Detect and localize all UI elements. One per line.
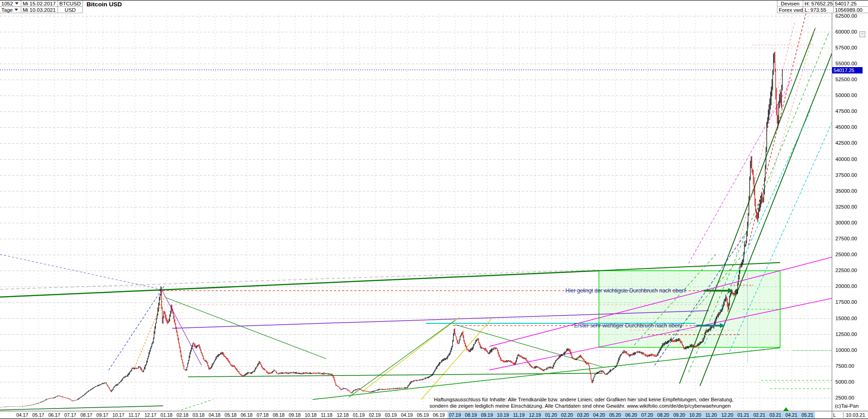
- date-tick-label: 02.18: [177, 412, 188, 418]
- trend-line[interactable]: [165, 297, 326, 359]
- price-tick-label: 25000.00: [835, 252, 857, 257]
- date-tick-label: 11.17: [129, 412, 140, 418]
- bars-count-value: 1052: [1, 1, 13, 6]
- date-tick-label: 03.18: [193, 412, 204, 418]
- trend-line[interactable]: [455, 325, 603, 367]
- candlestick-chart-canvas[interactable]: Hier gelingt der wichtigste Durchbruch n…: [0, 0, 868, 419]
- date-tick-label: 05.19: [417, 412, 429, 418]
- date-tick-label: 03.21: [769, 412, 781, 418]
- start-date-cell: Mi 15.02.2017: [21, 0, 58, 7]
- green-triangle-marker: [783, 407, 789, 411]
- last-date-label: 10.03.21: [846, 412, 865, 418]
- date-tick-label: 02.20: [561, 412, 573, 418]
- period-high-cell: H: 57652.25: [803, 0, 834, 7]
- date-tick-label: 07.17: [64, 412, 76, 418]
- minus-box-icon[interactable]: −: [859, 31, 865, 37]
- date-tick-label: 04.20: [593, 412, 605, 418]
- period-low: L: 973.55: [805, 7, 826, 13]
- symbol-cell: BTCUSD: [58, 0, 83, 7]
- price-tick-label: 17500.00: [835, 299, 857, 305]
- current-price-tag: 54017.25: [832, 67, 863, 73]
- date-tick-label: 05.20: [609, 412, 621, 418]
- date-tick-label: 03.20: [577, 412, 589, 418]
- volume-cell: 1056989.00: [834, 7, 868, 13]
- period-value: Tage: [1, 7, 13, 13]
- date-tick-label: 05.17: [32, 412, 44, 418]
- trend-line[interactable]: [599, 263, 780, 271]
- disclaimer-line1: Haftungsausschluss für Inhalte: Alle Tre…: [434, 397, 733, 402]
- price-tick-label: 22500.00: [835, 268, 857, 273]
- bars-count-dropdown[interactable]: 1052: [0, 0, 21, 7]
- currency-cell: USD: [58, 7, 83, 13]
- date-axis[interactable]: 04.1705.1706.1707.1708.1709.1710.1711.17…: [0, 411, 832, 419]
- candles-up: [1, 53, 782, 408]
- trend-line[interactable]: [0, 270, 599, 289]
- currency: USD: [65, 7, 76, 13]
- trend-line[interactable]: [0, 406, 163, 410]
- trend-line[interactable]: [748, 12, 806, 245]
- price-tick-label: 5000.00: [835, 379, 854, 385]
- trend-line[interactable]: [362, 317, 460, 391]
- period-dropdown[interactable]: Tage: [0, 7, 21, 13]
- date-tick-label: 08.17: [80, 412, 92, 418]
- feed-label: Forex vwd: [779, 7, 803, 13]
- instrument-title: Bitcoin USD: [87, 1, 122, 8]
- trend-line[interactable]: [181, 400, 213, 410]
- date-tick-label: 05.21: [801, 412, 813, 418]
- price-tick-label: 27500.00: [835, 236, 857, 241]
- date-tick-label: 08.19: [465, 412, 477, 418]
- taipan-chart-window: 1052 Tage Mi 15.02.2017 Mi 10.03.2021 BT…: [0, 0, 868, 419]
- chevron-down-icon: [15, 2, 19, 5]
- date-tick-label: 12.17: [145, 412, 156, 418]
- date-tick-label: 05.18: [225, 412, 236, 418]
- price-tick-label: 42500.00: [835, 140, 857, 146]
- price-tick-label: 62500.00: [835, 13, 857, 19]
- trend-line[interactable]: [0, 254, 161, 289]
- date-tick-label: 12.19: [529, 412, 541, 418]
- period-high: H: 57652.25: [805, 1, 833, 6]
- price-tick-label: 20000.00: [835, 283, 857, 289]
- date-tick-label: 07.20: [641, 412, 653, 418]
- trend-line[interactable]: [134, 294, 165, 370]
- plot-area[interactable]: Hier gelingt der wichtigste Durchbruch n…: [0, 12, 843, 411]
- trend-line[interactable]: [421, 319, 492, 400]
- date-tick-label: 01.19: [353, 412, 365, 418]
- date-tick-label: 06.17: [48, 412, 60, 418]
- scale-mode-label[interactable]: L: [833, 412, 844, 418]
- end-date: Mi 10.03.2021: [23, 7, 56, 13]
- price-tick-label: 30000.00: [835, 220, 857, 225]
- date-tick-label: 04.19: [401, 412, 413, 418]
- price-tick-label: 35000.00: [835, 188, 857, 194]
- candles-down: [11, 52, 781, 407]
- date-tick-label: 08.18: [273, 412, 285, 418]
- last-price-cell: 54017.25: [834, 0, 868, 7]
- date-tick-label: 11.20: [705, 412, 717, 418]
- volume: 1056989.00: [835, 7, 863, 13]
- disclaimer-line2: sondern die zeigen lediglich meine Einsc…: [429, 403, 731, 409]
- date-tick-label: 09.19: [481, 412, 493, 418]
- last-price: 54017.25: [835, 1, 857, 6]
- price-tick-label: 47500.00: [835, 108, 857, 114]
- price-tick-label: 2500.00: [835, 395, 854, 400]
- price-tick-label: 12500.00: [835, 331, 857, 337]
- chart-header: 1052 Tage Mi 15.02.2017 Mi 10.03.2021 BT…: [0, 0, 868, 13]
- market-label: Devisen: [781, 1, 800, 6]
- date-tick-label: 10.18: [305, 412, 317, 418]
- chevron-down-icon: [14, 9, 18, 11]
- end-date-cell: Mi 10.03.2021: [21, 7, 58, 13]
- date-tick-label: 06.19: [433, 412, 445, 418]
- trend-line[interactable]: [162, 291, 202, 365]
- trend-line[interactable]: [0, 271, 599, 297]
- date-tick-label: 09.17: [96, 412, 108, 418]
- price-tick-label: 57500.00: [835, 45, 857, 50]
- date-tick-label: 01.20: [545, 412, 557, 418]
- date-tick-label: 09.18: [289, 412, 300, 418]
- trend-line[interactable]: [313, 348, 780, 400]
- price-tick-label: 45000.00: [835, 124, 857, 130]
- price-tick-label: 10000.00: [835, 347, 857, 353]
- copyright-label: (c)Tai-Pan: [835, 403, 858, 409]
- market-cell: Devisen: [777, 0, 803, 7]
- period-low-cell: L: 973.55: [803, 7, 834, 13]
- date-tick-label: 11.19: [513, 412, 525, 418]
- trend-line[interactable]: [729, 123, 832, 352]
